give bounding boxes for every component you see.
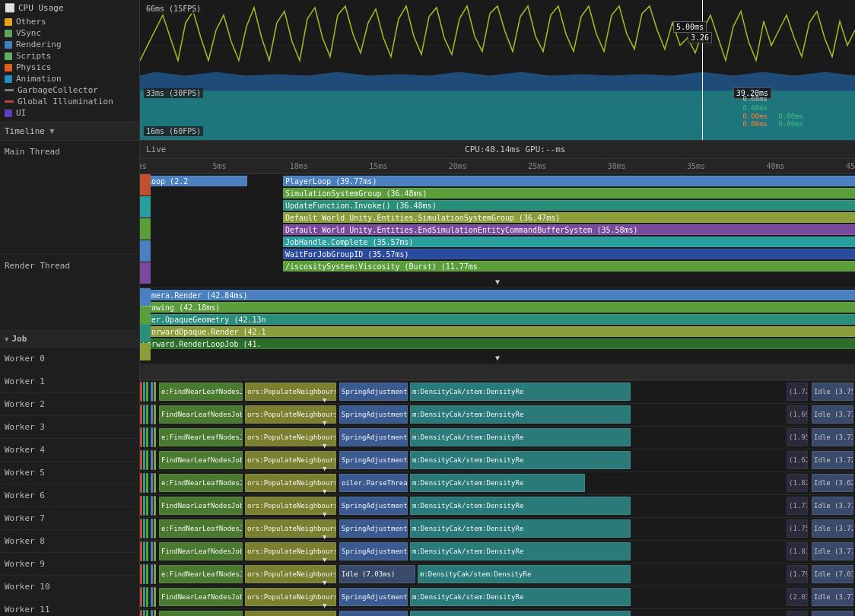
worker-small-block <box>143 450 145 470</box>
worker-expand-arrow[interactable]: ▼ <box>323 533 326 541</box>
render-thread-flames: Camera.Render (42.84ms)Camera.Render (42… <box>140 288 855 364</box>
worker-bar[interactable]: e:FindNearLeafNodesJob (Burst) (9.1i:Vis… <box>159 428 243 446</box>
worker-expand-arrow[interactable]: ▼ <box>323 579 326 586</box>
worker-expand-arrow[interactable]: ▼ <box>323 465 326 472</box>
thread-label-job-header[interactable]: ▼ Job <box>0 331 139 348</box>
worker-small-block <box>154 564 156 584</box>
timeline-dropdown-arrow[interactable]: ▼ <box>49 126 55 136</box>
worker-bar[interactable]: Idle (7.03ms) <box>339 565 415 583</box>
worker-bar[interactable]: oiler.ParseThreadData (8.20m <box>339 474 408 492</box>
worker-bar[interactable]: m:DensityCak/stem:DensityRe <box>410 405 631 424</box>
legend-color-scripts <box>5 52 12 60</box>
worker-bar[interactable]: FindNearLeafNodesJob (Burst) (am:Viscosi… <box>159 588 243 606</box>
time-tick-40ms: 40ms <box>767 162 785 170</box>
worker-small-block <box>151 473 153 493</box>
worker-bar[interactable]: m:DensityCak/stem:DensityRe <box>410 588 631 606</box>
worker-idle-bar[interactable]: Idle (3.75ms) <box>812 383 853 401</box>
worker-idle-bar[interactable]: Idle (3.77ms) <box>812 542 853 560</box>
worker-bar[interactable]: m:DensityCak/stem:DensityRe <box>410 428 631 446</box>
worker-bar[interactable]: m:DensityCak/stem:DensityRe <box>410 474 585 492</box>
flame-bar[interactable]: /iscositySystem:Viscosity (Burst) (11.77… <box>283 261 855 271</box>
flame-bar[interactable]: PlayerLoop (39.77ms) <box>283 176 855 186</box>
worker-expand-arrow[interactable]: ▼ <box>323 396 326 404</box>
worker-bar[interactable]: FindNearLeafNodesJob (Burst) (am:Viscosi… <box>159 497 243 515</box>
flame-bar[interactable]: WaitForJobGroupID (35.57ms) <box>283 249 855 259</box>
flame-bar[interactable]: nder.OpaqueGeometry (42.13n <box>140 314 855 325</box>
worker-idle-bar[interactable]: Idle (3.62ms) <box>812 474 853 492</box>
legend-label-rendering: Rendering <box>16 40 62 49</box>
worker-bar[interactable]: SpringAdjustment (B <box>339 542 408 560</box>
worker-small-block <box>151 519 153 538</box>
worker-bar[interactable]: FindNearLeafNodesJob (Burst) (am:Viscosi… <box>159 451 243 469</box>
time-tick-45ms: 45ms <box>846 162 855 170</box>
worker-bar[interactable]: e:FindNearLeafNodesJob (Burst) (9.1i:Vis… <box>159 519 243 538</box>
worker-bar[interactable]: SpringAdjustment (B <box>339 428 408 446</box>
worker-expand-arrow[interactable]: ▼ <box>323 556 326 564</box>
worker-bar[interactable]: e:FindNearLeafNodesJob (Burst) (9.1i:Vis… <box>159 474 243 492</box>
worker-bar[interactable]: SpringAdjustment (B <box>339 405 408 424</box>
worker-bar[interactable]: m:DensityCak/stem:DensityRe <box>410 383 631 401</box>
worker-bar[interactable]: m:DensityCak/stem:DensityRe <box>418 565 631 583</box>
time-tick-10ms: 10ms <box>290 162 308 170</box>
worker-bar[interactable]: m:DensityCak/stem:DensityRe <box>410 519 631 538</box>
worker-idle-bar[interactable]: Idle (3.73ms) <box>812 611 853 616</box>
worker-bar[interactable]: e:FindNearLeafNodesJob (Burst) (9.1i:Vis… <box>159 383 243 401</box>
flame-bar[interactable]: JobHandle.Complete (35.57ms) <box>283 237 855 247</box>
worker-time-suffix: (1.75 <box>787 519 808 538</box>
worker-bar[interactable]: e:FindNearLeafNodesJob (Burst) (9.1i:Vis… <box>159 611 243 616</box>
worker-small-block <box>140 473 142 493</box>
worker-bar[interactable]: m:DensityCak/stem:DensityRe <box>410 497 631 515</box>
worker-bar[interactable]: e:FindNearLeafNodesJob (Burst) (9.1i:Vis… <box>159 565 243 583</box>
worker-bar[interactable]: ors:PopulateNeighbours <box>245 611 336 616</box>
worker-bar[interactable]: m:DensityCak/stem:DensityRe <box>410 542 631 560</box>
worker-expand-arrow[interactable]: ▼ <box>323 510 326 518</box>
render-thread-expand[interactable]: ▼ <box>495 354 500 362</box>
worker-bar[interactable]: FindNearLeafNodesJob (Burst) (am:Viscosi… <box>159 405 243 424</box>
flame-bar[interactable]: Drawing (42.18ms) <box>140 302 855 313</box>
legend-color-others <box>5 18 12 26</box>
worker-idle-bar[interactable]: Idle (3.77ms) <box>812 405 853 424</box>
flame-bar[interactable]: SimulationSystemGroup (36.48ms) <box>283 188 855 198</box>
worker-bar[interactable]: SpringAdjustment (B <box>339 519 408 538</box>
worker-idle-bar[interactable]: Idle (3.77ms) <box>812 588 853 606</box>
main-thread-expand[interactable]: ▼ <box>495 278 500 286</box>
worker-idle-bar[interactable]: Idle (3.72ms) <box>812 451 853 469</box>
legend-label-garbagecollector: GarbageCollector <box>17 85 98 95</box>
worker-bar[interactable]: SpringAdjustment (B <box>339 497 408 515</box>
worker-expand-arrow[interactable]: ▼ <box>323 419 326 427</box>
legend-item-animation: Animation <box>5 73 135 84</box>
flame-bar[interactable]: rLoop (2.2 <box>140 176 247 186</box>
worker-bar[interactable]: m:DensityCak/stem:DensityRe <box>410 611 631 616</box>
flame-bar[interactable]: Camera.Render (42.84ms) <box>140 290 855 300</box>
worker-bar[interactable]: SpringAdjustment (B <box>339 588 408 606</box>
worker-bar[interactable]: SpringAdjustment (B <box>339 611 408 616</box>
worker-bar[interactable]: SpringAdjustment (B <box>339 383 408 401</box>
worker-idle-bar[interactable]: Idle (3.71ms) <box>812 497 853 515</box>
worker-idle-bar[interactable]: Idle (7.03ms) <box>812 565 853 583</box>
worker-idle-bar[interactable]: Idle (3.72ms) <box>812 519 853 538</box>
worker-expand-arrow[interactable]: ▼ <box>323 602 326 609</box>
worker-bar[interactable]: FindNearLeafNodesJob (Burst) (am:Viscosi… <box>159 542 243 560</box>
worker-labels-container: Worker 0Worker 1Worker 2Worker 3Worker 4… <box>0 348 139 616</box>
worker-small-block <box>143 519 145 538</box>
flame-bar[interactable]: Default World Unity.Entities.EndSimulati… <box>283 224 855 235</box>
flame-bar[interactable]: Forward.RenderLoopJob (41. <box>140 338 855 349</box>
flame-bar[interactable]: rForwardOpaque.Render (42.1 <box>140 326 855 337</box>
marker-000e: 0.00ms <box>778 120 803 128</box>
flame-bar[interactable]: UpdateFunction.Invoke() (36.48ms) <box>283 200 855 211</box>
worker-expand-arrow[interactable]: ▼ <box>323 487 326 495</box>
job-collapse-arrow[interactable]: ▼ <box>5 335 8 343</box>
worker-expand-arrow[interactable]: ▼ <box>323 442 326 449</box>
worker-small-block <box>146 541 148 561</box>
flame-bar[interactable]: Default World Unity.Entities.SimulationS… <box>283 212 855 223</box>
timeline-tracks[interactable]: PlayerLoop (39.77ms)rLoop (2.2erLoop (3.… <box>140 174 855 616</box>
thread-label-worker-3: Worker 3 <box>0 416 139 439</box>
worker-track-1: FindNearLeafNodesJob (Burst) (am:Viscosi… <box>140 404 855 427</box>
worker-bar[interactable]: m:DensityCak/stem:DensityRe <box>410 451 631 469</box>
timeline-label: Timeline <box>5 126 45 136</box>
worker-bar[interactable]: SpringAdjustment (B <box>339 451 408 469</box>
worker-idle-bar[interactable]: Idle (3.73ms) <box>812 428 853 446</box>
marker-000b: 0.00ms <box>742 113 768 120</box>
worker-small-block <box>151 450 153 470</box>
live-badge: Live <box>146 144 167 154</box>
